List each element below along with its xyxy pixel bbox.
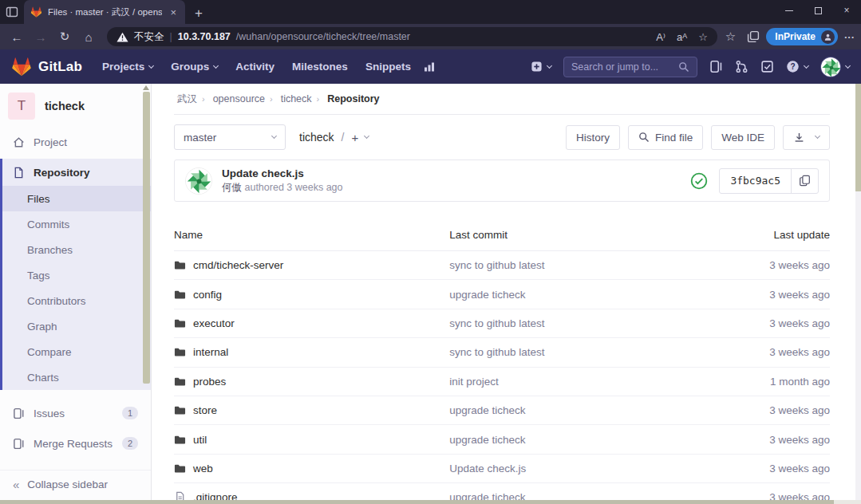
navbar-item[interactable]: Milestones (283, 61, 357, 73)
minimize-button[interactable] (775, 0, 804, 21)
help-menu[interactable] (786, 60, 808, 73)
home-button[interactable]: ⌂ (78, 30, 99, 44)
sidebar-item[interactable]: Merge Requests 2 (0, 428, 151, 459)
breadcrumb-item[interactable]: 武汉 (174, 93, 200, 106)
file-name-link[interactable]: probes (193, 376, 226, 388)
favorites-icon[interactable]: ☆ (725, 30, 736, 44)
table-row[interactable]: probes init project 1 month ago (174, 368, 830, 396)
commit-message-link[interactable]: upgrade ticheck (449, 434, 525, 446)
tab-close-icon[interactable]: × (168, 6, 179, 18)
commit-message-link[interactable]: Update check.js (449, 463, 526, 474)
global-search[interactable] (563, 57, 697, 77)
sidebar-subitem[interactable]: Branches (2, 237, 151, 262)
navbar-item[interactable]: Projects (93, 61, 162, 73)
table-row[interactable]: store upgrade ticheck 3 weeks ago (174, 396, 830, 425)
sidebar-item-repository[interactable]: Repository (2, 159, 151, 186)
commit-message-link[interactable]: sync to github latest (449, 346, 544, 358)
file-name-link[interactable]: web (193, 463, 213, 474)
collapse-sidebar-button[interactable]: « Collapse sidebar (0, 470, 151, 498)
sidebar-subitem[interactable]: Compare (2, 339, 151, 364)
sidebar-subitem[interactable]: Graph (2, 313, 151, 339)
settings-more-icon[interactable]: ··· (844, 31, 855, 43)
table-row[interactable]: internal sync to github latest 3 weeks a… (174, 338, 830, 367)
commit-message-link[interactable]: sync to github latest (449, 259, 544, 271)
pipeline-status-icon[interactable] (690, 172, 708, 190)
sidebar-subitem[interactable]: Files (2, 186, 151, 211)
issues-nav-icon[interactable] (709, 60, 723, 73)
breadcrumb-item[interactable]: ticheck (278, 93, 315, 104)
browser-tab[interactable]: Files · master · 武汉 / opensourc × (24, 0, 185, 24)
file-name-link[interactable]: internal (193, 346, 228, 358)
find-file-button[interactable]: Find file (628, 125, 703, 150)
scroll-up-arrow[interactable] (143, 85, 149, 90)
history-button[interactable]: History (566, 125, 620, 150)
file-name-link[interactable]: util (193, 434, 207, 446)
web-ide-button[interactable]: Web IDE (711, 125, 775, 150)
sidebar-subitem[interactable]: Commits (2, 211, 151, 237)
navbar-item[interactable]: Snippets (357, 61, 420, 73)
file-name-link[interactable]: cmd/ticheck-server (193, 259, 283, 271)
commit-title[interactable]: Update check.js (222, 167, 343, 181)
commit-message-link[interactable]: upgrade ticheck (449, 404, 525, 416)
table-row[interactable]: config upgrade ticheck 3 weeks ago (174, 280, 830, 309)
branch-selector[interactable]: master (174, 124, 286, 150)
breadcrumb-item[interactable]: Repository (324, 93, 382, 104)
file-name-link[interactable]: store (193, 404, 217, 416)
back-button[interactable]: ← (6, 30, 27, 44)
maximize-button[interactable] (804, 0, 832, 21)
table-row[interactable]: web Update check.js 3 weeks ago (174, 455, 830, 483)
sidebar-subitem[interactable]: Tags (2, 262, 151, 288)
project-header[interactable]: T ticheck (0, 84, 151, 128)
new-menu-button[interactable] (531, 61, 551, 73)
gitlab-favicon-icon (30, 6, 42, 18)
table-row[interactable]: executor sync to github latest 3 weeks a… (174, 309, 830, 338)
chevron-down-icon (547, 62, 552, 68)
sidebar-subitem[interactable]: Charts (2, 364, 151, 390)
user-menu[interactable] (820, 57, 850, 77)
table-row[interactable]: util upgrade ticheck 3 weeks ago (174, 425, 830, 454)
add-favorite-icon[interactable]: ☆ (698, 31, 708, 43)
close-button[interactable]: × (832, 0, 861, 21)
navbar-item[interactable]: Activity (227, 61, 283, 73)
commit-message-link[interactable]: sync to github latest (449, 317, 544, 329)
download-button[interactable] (783, 125, 830, 150)
last-update-time: 3 weeks ago (665, 289, 830, 301)
commit-hash[interactable]: 3fbc9ac5 (720, 169, 791, 193)
forward-button[interactable]: → (30, 30, 51, 44)
file-name-link[interactable]: config (193, 289, 222, 301)
navbar-item[interactable]: Groups (162, 61, 227, 73)
translate-icon[interactable]: aᴬ (677, 31, 687, 43)
commit-message-link[interactable]: upgrade ticheck (449, 289, 525, 301)
scrollbar-thumb[interactable] (855, 84, 861, 191)
commit-author-avatar[interactable] (185, 167, 212, 195)
table-row[interactable]: cmd/ticheck-server sync to github latest… (174, 251, 830, 280)
breadcrumb-item[interactable]: opensource (210, 93, 268, 104)
new-tab-button[interactable]: + (185, 3, 212, 24)
tab-actions-icon[interactable] (0, 0, 24, 24)
page-vertical-scrollbar[interactable] (855, 84, 861, 500)
scrollbar-thumb[interactable] (0, 500, 834, 504)
page-horizontal-scrollbar[interactable] (0, 500, 861, 504)
path-project[interactable]: ticheck (299, 131, 334, 144)
refresh-button[interactable]: ↻ (54, 30, 75, 44)
read-aloud-icon[interactable]: A⁾ (656, 31, 665, 43)
search-input[interactable] (571, 61, 673, 73)
sidebar-item-project[interactable]: Project (0, 128, 151, 156)
sidebar-subitem[interactable]: Contributors (2, 288, 151, 313)
gitlab-logo[interactable]: GitLab (11, 57, 82, 77)
add-file-button[interactable]: + (351, 131, 369, 144)
charts-nav-icon[interactable] (423, 61, 436, 73)
commit-author[interactable]: 何傲 (222, 182, 242, 193)
inprivate-badge[interactable]: InPrivate (766, 28, 838, 45)
sidebar-item[interactable]: Issues 1 (0, 398, 151, 428)
file-name-link[interactable]: executor (193, 317, 235, 329)
sidebar-scrollbar[interactable] (142, 85, 150, 392)
chevron-down-icon (804, 62, 809, 68)
address-bar[interactable]: 不安全 | 10.3.70.187/wuhan/opensource/tiche… (107, 27, 717, 46)
collections-icon[interactable] (747, 30, 760, 43)
commit-message-link[interactable]: init project (449, 376, 499, 388)
todos-nav-icon[interactable] (760, 60, 774, 73)
merge-requests-nav-icon[interactable] (735, 60, 748, 73)
copy-commit-hash-button[interactable] (791, 169, 818, 193)
scrollbar-thumb[interactable] (143, 92, 150, 384)
